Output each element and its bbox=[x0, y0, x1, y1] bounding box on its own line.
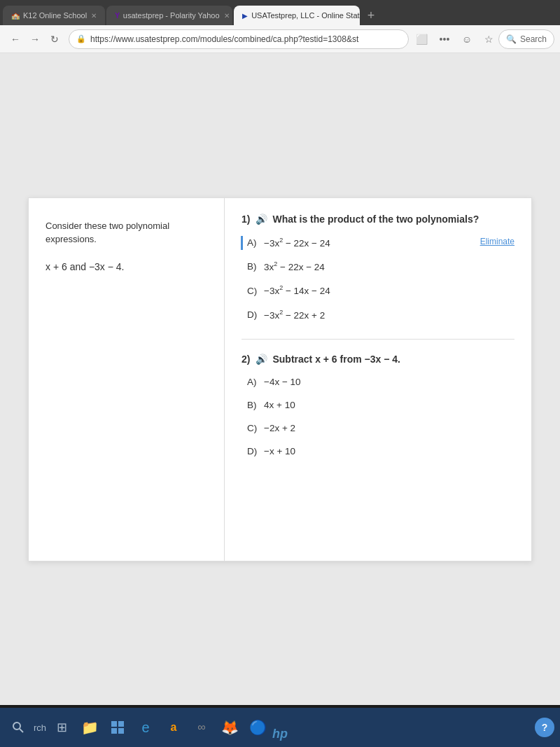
option-2c-letter: C) bbox=[247, 422, 264, 435]
taskbar-search-text: rch bbox=[34, 722, 46, 733]
option-2b-letter: B) bbox=[247, 399, 264, 412]
address-bar: ← → ↻ 🔒 https://www.usatestprep.com/modu… bbox=[0, 25, 560, 53]
hp-logo: hp bbox=[272, 727, 288, 741]
question-1-option-b[interactable]: B) 3x2 − 22x − 24 bbox=[247, 260, 514, 274]
tab-yahoo[interactable]: Y usatestprep - Polarity Yahoo ✕ bbox=[106, 6, 232, 25]
question-2-num: 2) bbox=[241, 354, 250, 365]
option-1c-letter: C) bbox=[247, 285, 264, 298]
tab-k12[interactable]: 🏫 K12 Online School ✕ bbox=[3, 6, 105, 25]
question-1-block: 1) 🔊 What is the product of the two poly… bbox=[241, 212, 514, 323]
reader-view-button[interactable]: ⬜ bbox=[413, 30, 431, 48]
tab-bar: 🏫 K12 Online School ✕ Y usatestprep - Po… bbox=[0, 0, 560, 25]
taskbar-search-icon[interactable] bbox=[6, 715, 31, 740]
svg-rect-4 bbox=[111, 728, 117, 734]
question-divider bbox=[241, 339, 514, 340]
question-2-audio-icon[interactable]: 🔊 bbox=[254, 352, 268, 366]
bookmark-button[interactable]: ☆ bbox=[480, 30, 498, 48]
tab-label-yahoo: usatestprep - Polarity Yahoo bbox=[123, 11, 220, 20]
option-1d-text: −3x2 − 22x + 2 bbox=[264, 308, 325, 322]
option-1a-letter: A) bbox=[247, 237, 264, 250]
svg-point-0 bbox=[13, 722, 20, 729]
taskbar: rch ⊞ 📁 e a ∞ 🦊 🔵 hp ? bbox=[0, 708, 560, 747]
tab-favicon-yahoo: Y bbox=[115, 12, 120, 20]
taskbar-windows-icon[interactable] bbox=[105, 715, 130, 740]
question-2-text: Subtract x + 6 from −3x − 4. bbox=[272, 354, 400, 365]
option-2b-text: 4x + 10 bbox=[264, 399, 295, 412]
taskbar-right: ? bbox=[535, 708, 554, 747]
content-area: Consider these two polynomial expression… bbox=[0, 53, 560, 705]
svg-line-1 bbox=[20, 729, 23, 732]
tab-close-yahoo[interactable]: ✕ bbox=[224, 12, 230, 20]
taskbar-file-explorer[interactable]: 📁 bbox=[77, 715, 102, 740]
svg-rect-3 bbox=[118, 721, 124, 727]
reader-mode-button[interactable]: ☺ bbox=[458, 30, 476, 48]
question-2-option-c[interactable]: C) −2x + 2 bbox=[247, 422, 514, 435]
toolbar-icons: ⬜ ••• ☺ ☆ bbox=[413, 30, 498, 48]
browser-window: 🏫 K12 Online School ✕ Y usatestprep - Po… bbox=[0, 0, 560, 747]
tab-usatestprep[interactable]: ▶ USATestprep, LLC - Online State ✕ bbox=[234, 6, 360, 25]
new-tab-button[interactable]: + bbox=[361, 6, 381, 25]
question-1-option-d[interactable]: D) −3x2 − 22x + 2 bbox=[247, 308, 514, 322]
question-2-header: 2) 🔊 Subtract x + 6 from −3x − 4. bbox=[241, 352, 514, 366]
question-2-option-b[interactable]: B) 4x + 10 bbox=[247, 399, 514, 412]
search-label: Search bbox=[520, 34, 547, 44]
taskbar-edge-icon[interactable]: e bbox=[133, 715, 158, 740]
taskbar-app2-icon[interactable]: 🦊 bbox=[217, 715, 242, 740]
question-1-text: What is the product of the two polynomia… bbox=[272, 214, 479, 225]
option-2a-text: −4x − 10 bbox=[264, 376, 301, 389]
expression-text: x + 6 and −3x − 4. bbox=[46, 259, 207, 274]
tab-favicon-usatestprep: ▶ bbox=[242, 12, 248, 20]
question-2-block: 2) 🔊 Subtract x + 6 from −3x − 4. A) −4x… bbox=[241, 352, 514, 459]
tab-label-k12: K12 Online School bbox=[23, 11, 87, 20]
refresh-button[interactable]: ↻ bbox=[45, 29, 64, 49]
right-panel: 1) 🔊 What is the product of the two poly… bbox=[225, 198, 531, 561]
option-1d-letter: D) bbox=[247, 309, 264, 322]
question-1-num: 1) bbox=[241, 214, 250, 225]
question-1-header: 1) 🔊 What is the product of the two poly… bbox=[241, 212, 514, 226]
eliminate-link[interactable]: Eliminate bbox=[480, 236, 514, 248]
option-1c-text: −3x2 − 14x − 24 bbox=[264, 284, 330, 298]
left-panel: Consider these two polynomial expression… bbox=[29, 198, 225, 561]
tab-close-k12[interactable]: ✕ bbox=[91, 12, 97, 20]
taskbar-app1-icon[interactable]: ∞ bbox=[189, 715, 214, 740]
question-2-option-a[interactable]: A) −4x − 10 bbox=[247, 376, 514, 389]
option-1a-text: −3x2 − 22x − 24 bbox=[264, 236, 330, 250]
question-1-option-c[interactable]: C) −3x2 − 14x − 24 bbox=[247, 284, 514, 298]
back-button[interactable]: ← bbox=[6, 29, 25, 49]
search-icon: 🔍 bbox=[506, 34, 517, 44]
option-2a-letter: A) bbox=[247, 376, 264, 389]
url-bar[interactable]: 🔒 https://www.usatestprep.com/modules/co… bbox=[69, 29, 409, 49]
svg-rect-2 bbox=[111, 721, 117, 727]
tab-label-usatestprep: USATestprep, LLC - Online State bbox=[251, 11, 360, 20]
taskbar-amazon-icon[interactable]: a bbox=[161, 715, 186, 740]
search-box[interactable]: 🔍 Search bbox=[498, 29, 554, 49]
lock-icon: 🔒 bbox=[76, 34, 86, 43]
option-2d-letter: D) bbox=[247, 445, 264, 459]
forward-button[interactable]: → bbox=[25, 29, 45, 49]
url-text: https://www.usatestprep.com/modules/comb… bbox=[90, 34, 401, 44]
question-1-audio-icon[interactable]: 🔊 bbox=[254, 212, 268, 226]
option-1b-letter: B) bbox=[247, 260, 264, 274]
taskbar-task-view[interactable]: ⊞ bbox=[49, 715, 74, 740]
help-button[interactable]: ? bbox=[535, 718, 554, 737]
question-1-options: A) −3x2 − 22x − 24 Eliminate B) 3x2 − 22… bbox=[241, 236, 514, 323]
tab-favicon-k12: 🏫 bbox=[11, 12, 20, 20]
quiz-container: Consider these two polynomial expression… bbox=[28, 197, 532, 561]
more-options-button[interactable]: ••• bbox=[435, 30, 454, 48]
option-2d-text: −x + 10 bbox=[264, 445, 295, 459]
taskbar-app3-icon[interactable]: 🔵 bbox=[245, 715, 270, 740]
context-label: Consider these two polynomial expression… bbox=[46, 219, 207, 246]
option-2c-text: −2x + 2 bbox=[264, 422, 295, 435]
svg-rect-5 bbox=[118, 728, 124, 734]
option-1b-text: 3x2 − 22x − 24 bbox=[264, 260, 325, 274]
question-1-option-a[interactable]: A) −3x2 − 22x − 24 Eliminate bbox=[241, 236, 514, 250]
question-2-options: A) −4x − 10 B) 4x + 10 C) −2x + 2 D) bbox=[241, 376, 514, 459]
question-2-option-d[interactable]: D) −x + 10 bbox=[247, 445, 514, 459]
